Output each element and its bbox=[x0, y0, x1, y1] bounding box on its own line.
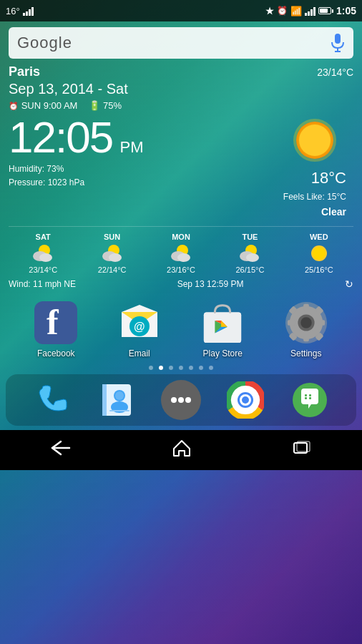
condition: Clear bbox=[283, 204, 346, 220]
svg-rect-49 bbox=[109, 410, 129, 411]
dock-chrome[interactable] bbox=[225, 380, 265, 420]
current-time: 12:05 bbox=[9, 112, 112, 162]
alarm-time: ⏰ SUN 9:00 AM bbox=[9, 100, 77, 111]
forecast-tue: TUE 26/15°C bbox=[215, 233, 284, 274]
email-icon: @ bbox=[118, 301, 161, 344]
signal-bars-icon bbox=[23, 6, 34, 16]
alarm-clock-icon: ⏰ bbox=[9, 102, 19, 110]
nav-bar bbox=[0, 430, 362, 470]
page-dots bbox=[0, 358, 362, 374]
page-dot-3[interactable] bbox=[179, 366, 183, 370]
status-right: ★ ⏰ 📶 1:05 bbox=[265, 5, 356, 16]
svg-text:@: @ bbox=[134, 321, 145, 333]
search-label: Google bbox=[17, 34, 72, 52]
app-email[interactable]: @ Email bbox=[118, 301, 161, 358]
status-time: 1:05 bbox=[336, 5, 356, 16]
humidity: Humidity: 73% bbox=[9, 162, 283, 176]
forecast-wed: WED 25/16°C bbox=[285, 233, 353, 274]
svg-point-17 bbox=[246, 253, 259, 262]
app-icons-row: f Facebook @ Email bbox=[0, 293, 362, 358]
svg-point-14 bbox=[177, 253, 190, 262]
ampm: PM bbox=[120, 138, 144, 156]
wifi-icon: 📶 bbox=[290, 6, 302, 16]
svg-text:f: f bbox=[47, 302, 59, 342]
dock bbox=[6, 374, 356, 426]
dock-hangouts[interactable] bbox=[290, 380, 330, 420]
home-button[interactable] bbox=[167, 433, 197, 467]
svg-rect-60 bbox=[309, 394, 311, 396]
page-dot-4[interactable] bbox=[189, 366, 193, 370]
page-dot-2[interactable] bbox=[169, 366, 173, 370]
svg-point-56 bbox=[242, 396, 249, 404]
svg-rect-0 bbox=[335, 34, 341, 44]
svg-point-11 bbox=[109, 253, 122, 262]
svg-rect-37 bbox=[318, 320, 325, 326]
page-dot-5[interactable] bbox=[199, 366, 203, 370]
sun-icon bbox=[290, 115, 340, 165]
status-bar: 16° ★ ⏰ 📶 1:05 bbox=[0, 0, 362, 21]
update-info: Sep 13 12:59 PM bbox=[177, 279, 244, 289]
forecast-sun: SUN 22/14°C bbox=[77, 233, 146, 274]
weather-footer: Wind: 11 mph NE Sep 13 12:59 PM ↻ bbox=[9, 278, 353, 290]
pressure: Pressure: 1023 hPa bbox=[9, 176, 283, 190]
email-label: Email bbox=[129, 348, 150, 358]
city-name: Paris bbox=[9, 64, 40, 79]
page-dot-0[interactable] bbox=[149, 366, 153, 370]
playstore-label: Play Store bbox=[203, 348, 243, 358]
svg-point-50 bbox=[171, 397, 177, 403]
facebook-label: Facebook bbox=[37, 348, 75, 358]
page-dot-6[interactable] bbox=[209, 366, 213, 370]
svg-point-43 bbox=[300, 317, 311, 328]
page-dot-1[interactable] bbox=[159, 366, 163, 370]
svg-point-8 bbox=[39, 253, 52, 262]
battery-status-icon: 🔋 bbox=[89, 100, 100, 111]
cellular-signal-icon bbox=[305, 6, 315, 16]
svg-rect-36 bbox=[288, 320, 295, 326]
search-bar[interactable]: Google bbox=[9, 27, 353, 59]
temperature-reading: 16° bbox=[6, 6, 20, 16]
app-facebook[interactable]: f Facebook bbox=[34, 301, 77, 358]
svg-rect-35 bbox=[303, 334, 309, 341]
svg-point-19 bbox=[313, 247, 326, 260]
svg-point-52 bbox=[185, 397, 191, 403]
playstore-icon bbox=[201, 301, 244, 344]
svg-point-51 bbox=[178, 397, 184, 403]
dock-launcher[interactable] bbox=[161, 380, 201, 420]
svg-rect-58 bbox=[305, 394, 307, 396]
svg-point-47 bbox=[115, 391, 124, 400]
forecast-sat: SAT 23/14°C bbox=[9, 233, 77, 274]
settings-icon bbox=[285, 301, 328, 344]
battery-status: 🔋 75% bbox=[89, 100, 122, 111]
forecast: SAT 23/14°C SUN 22/14°C MON bbox=[9, 226, 353, 274]
forecast-mon: MON 23/16°C bbox=[147, 233, 215, 274]
back-button[interactable] bbox=[45, 434, 77, 466]
status-left: 16° bbox=[6, 6, 34, 16]
battery-icon bbox=[318, 7, 333, 14]
wind-info: Wind: 11 mph NE bbox=[9, 279, 76, 289]
weather-widget: Paris 23/14°C Sep 13, 2014 - Sat ⏰ SUN 9… bbox=[9, 64, 353, 290]
svg-rect-61 bbox=[309, 397, 311, 399]
app-settings[interactable]: Settings bbox=[285, 301, 328, 358]
bluetooth-icon: ★ bbox=[265, 6, 274, 16]
svg-rect-59 bbox=[305, 397, 307, 399]
facebook-icon: f bbox=[34, 301, 77, 344]
refresh-icon[interactable]: ↻ bbox=[345, 278, 353, 290]
dock-contacts[interactable] bbox=[97, 380, 137, 420]
svg-point-4 bbox=[299, 125, 331, 156]
recent-apps-button[interactable] bbox=[287, 434, 317, 466]
app-playstore[interactable]: Play Store bbox=[201, 301, 244, 358]
svg-rect-34 bbox=[303, 304, 309, 311]
mic-icon[interactable] bbox=[331, 34, 345, 52]
temp-range: 23/14°C bbox=[317, 67, 353, 78]
current-temp: 18°C bbox=[283, 165, 346, 190]
svg-rect-45 bbox=[102, 384, 107, 416]
alarm-icon: ⏰ bbox=[277, 6, 288, 16]
feels-like: Feels Like: 15°C bbox=[283, 190, 346, 204]
dock-phone[interactable] bbox=[32, 380, 72, 420]
date-line: Sep 13, 2014 - Sat bbox=[9, 81, 353, 97]
settings-label: Settings bbox=[290, 348, 321, 358]
